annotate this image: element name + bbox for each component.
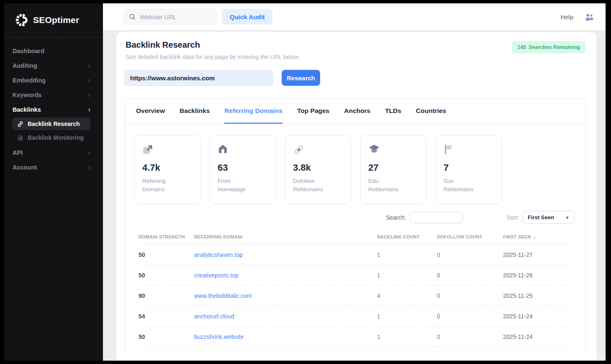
referring-domain-cell: buzzshrink.website bbox=[194, 326, 377, 347]
website-url-searchbox[interactable] bbox=[123, 9, 217, 25]
users-icon[interactable] bbox=[584, 13, 594, 21]
chevron-right-icon: › bbox=[88, 149, 90, 156]
help-link[interactable]: Help bbox=[560, 13, 573, 21]
table-row: 90 www.thebolditalic.com 4 0 2025-11-25 bbox=[139, 285, 572, 306]
backlink-count-cell: 1 bbox=[377, 244, 437, 265]
stat-value: 4.7k bbox=[142, 162, 193, 173]
window-frame: SEOptimer Dashboard Auditing › Embedding… bbox=[0, 0, 611, 364]
seoptimer-logo[interactable]: SEOptimer bbox=[4, 3, 103, 37]
sidebar-item-label: Backlinks bbox=[13, 106, 41, 113]
stat-card-from-homepage: 63 From Homepage bbox=[210, 135, 276, 204]
chevron-right-icon: › bbox=[88, 91, 90, 99]
dofollow-count-cell: 0 bbox=[437, 306, 503, 326]
sidebar-item-backlink-monitoring[interactable]: Backlink Monitoring bbox=[12, 131, 90, 144]
sidebar-item-dashboard[interactable]: Dashboard bbox=[4, 44, 103, 58]
graduation-cap-icon bbox=[368, 144, 418, 156]
stat-card-dofollow-refdomains: 3.8k Dofollow Refdomains bbox=[285, 135, 351, 204]
domain-link[interactable]: creativeposts.top bbox=[194, 272, 239, 279]
table-controls: Search: Sort: First Seen ▼ bbox=[125, 211, 585, 224]
sort-select[interactable]: First Seen ▼ bbox=[523, 211, 575, 224]
tab-referring-domains[interactable]: Referring Domains bbox=[224, 99, 282, 124]
table-row: 50 buzzshrink.website 1 0 2025-11-24 bbox=[139, 326, 572, 347]
first-seen-cell: 2025-11-25 bbox=[503, 285, 572, 306]
content-background: Backlink Research See detailed backlink … bbox=[103, 30, 606, 361]
chevron-right-icon: › bbox=[88, 62, 90, 69]
backlink-count-cell: 1 bbox=[377, 306, 437, 326]
dofollow-count-cell: 0 bbox=[437, 265, 503, 285]
header-referring-domain: REFERRING DOMAIN bbox=[194, 229, 377, 244]
domain-link[interactable]: buzzshrink.website bbox=[194, 333, 244, 340]
topbar: Quick Audit Help bbox=[103, 3, 606, 30]
sidebar-item-label: Backlink Research bbox=[28, 120, 80, 127]
domain-link[interactable]: www.thebolditalic.com bbox=[194, 292, 252, 299]
first-seen-cell: 2025-11-24 bbox=[503, 326, 572, 347]
tab-bar: Overview Backlinks Referring Domains Top… bbox=[125, 99, 585, 124]
chevron-down-icon: ▼ bbox=[565, 215, 570, 220]
home-icon bbox=[218, 144, 268, 156]
referring-domain-cell: analyticshaven.top bbox=[194, 244, 377, 265]
dofollow-count-cell: 0 bbox=[437, 285, 503, 306]
sidebar-item-account[interactable]: Account › bbox=[4, 160, 103, 174]
backlink-count-cell: 4 bbox=[377, 285, 437, 306]
stat-value: 63 bbox=[218, 162, 268, 173]
sidebar-item-keywords[interactable]: Keywords › bbox=[4, 87, 103, 102]
tab-anchors[interactable]: Anchors bbox=[344, 99, 370, 124]
sidebar-item-label: API bbox=[13, 149, 23, 156]
stat-label: Gov Refdomains bbox=[444, 177, 494, 193]
tab-tlds[interactable]: TLDs bbox=[385, 99, 401, 124]
sidebar-item-auditing[interactable]: Auditing › bbox=[4, 58, 103, 73]
backlink-research-panel: Backlink Research See detailed backlink … bbox=[116, 32, 596, 361]
header-first-seen[interactable]: FIRST SEEN⌄ bbox=[503, 229, 572, 244]
searches-remaining-label: Searches Remaining bbox=[529, 44, 580, 50]
table-search-input[interactable] bbox=[410, 212, 463, 223]
chevron-right-icon: › bbox=[88, 106, 90, 113]
backlink-count-cell: 1 bbox=[377, 265, 437, 285]
sidebar-item-label: Keywords bbox=[13, 92, 41, 98]
dofollow-count-cell: 0 bbox=[437, 326, 503, 347]
stat-value: 3.8k bbox=[293, 162, 343, 173]
quick-audit-button[interactable]: Quick Audit bbox=[222, 9, 272, 25]
sort-label: Sort: bbox=[506, 214, 519, 221]
research-url-input[interactable] bbox=[124, 70, 273, 86]
tab-overview[interactable]: Overview bbox=[136, 99, 165, 124]
panel-header: Backlink Research See detailed backlink … bbox=[116, 40, 596, 60]
table-row: 50 analyticshaven.top 1 0 2025-11-27 bbox=[139, 244, 572, 265]
sidebar-item-label: Auditing bbox=[13, 62, 37, 69]
search-label: Search: bbox=[386, 214, 406, 221]
sidebar-item-embedding[interactable]: Embedding › bbox=[4, 73, 103, 87]
sort-direction-icon: ⌄ bbox=[533, 235, 537, 239]
domain-strength-cell: 50 bbox=[139, 244, 194, 265]
header-domain-strength: DOMAIN STRENGTH bbox=[139, 229, 194, 244]
table-header-row: DOMAIN STRENGTH REFERRING DOMAIN BACKLIN… bbox=[139, 229, 572, 244]
sidebar-item-backlinks[interactable]: Backlinks › bbox=[4, 102, 103, 117]
stat-label: Referring Domains bbox=[142, 177, 193, 193]
domain-strength-cell: 50 bbox=[139, 326, 194, 347]
sidebar-item-backlink-research[interactable]: Backlink Research bbox=[12, 118, 90, 130]
referring-domain-cell: creativeposts.top bbox=[194, 265, 377, 285]
dofollow-count-cell: 0 bbox=[437, 244, 503, 265]
domain-link[interactable]: analyticshaven.top bbox=[194, 251, 243, 258]
referring-domains-table: DOMAIN STRENGTH REFERRING DOMAIN BACKLIN… bbox=[125, 229, 585, 347]
tab-countries[interactable]: Countries bbox=[416, 99, 446, 124]
seoptimer-gear-icon bbox=[13, 13, 28, 28]
results-card: Overview Backlinks Referring Domains Top… bbox=[125, 98, 586, 352]
research-button[interactable]: Research bbox=[282, 70, 320, 86]
stat-value: 7 bbox=[444, 162, 494, 173]
search-icon bbox=[129, 13, 136, 21]
sidebar-item-api[interactable]: API › bbox=[4, 145, 103, 160]
tab-top-pages[interactable]: Top Pages bbox=[297, 99, 329, 124]
stat-value: 27 bbox=[368, 162, 418, 173]
tab-backlinks[interactable]: Backlinks bbox=[180, 99, 210, 124]
domain-link[interactable]: anchorurl.cloud bbox=[194, 313, 234, 320]
table-row: 50 creativeposts.top 1 0 2025-11-26 bbox=[139, 265, 572, 285]
domain-strength-cell: 54 bbox=[139, 306, 194, 326]
link-icon bbox=[293, 144, 343, 156]
stat-card-edu-refdomains: 27 Edu Refdomains bbox=[360, 135, 426, 204]
stat-label: From Homepage bbox=[218, 177, 268, 193]
stat-label: Dofollow Refdomains bbox=[293, 177, 343, 193]
sidebar-item-label: Dashboard bbox=[13, 48, 44, 54]
referring-domain-cell: www.thebolditalic.com bbox=[194, 285, 377, 306]
website-url-input[interactable] bbox=[140, 13, 211, 21]
link-icon bbox=[17, 121, 23, 127]
searches-remaining-count: 145 bbox=[517, 44, 526, 50]
